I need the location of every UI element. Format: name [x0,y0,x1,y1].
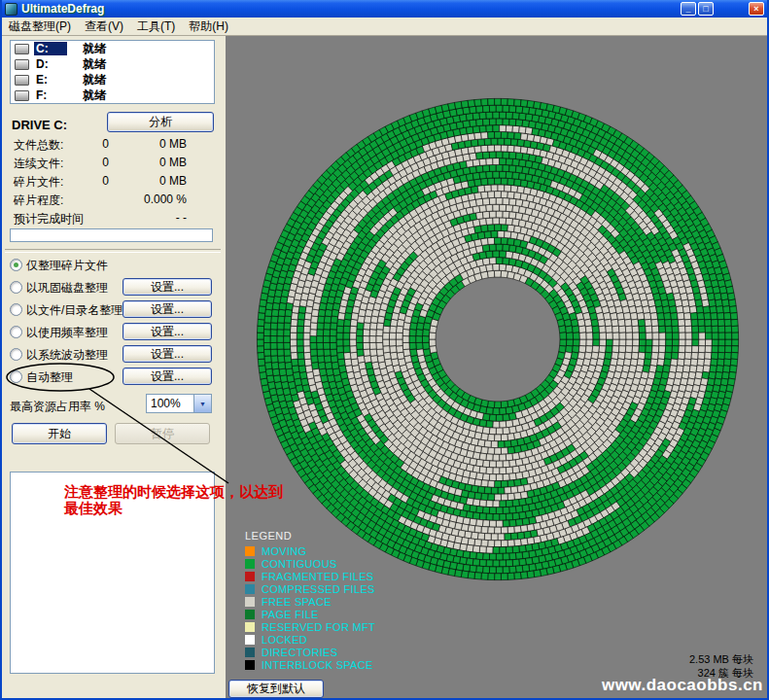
radio-fragmented-only[interactable] [10,259,22,271]
locked-swatch [245,635,255,645]
settings-button-auto[interactable]: 设置... [122,368,212,385]
drive-status: 就绪 [83,72,106,88]
legend-item-compressed: COMPRESSED FILES [245,582,375,595]
mft-swatch [245,622,255,632]
resource-usage-label: 最高资源占用率 % [10,399,105,415]
settings-button-filename[interactable]: 设置... [122,300,212,318]
annotation-text: 注意整理的时候选择这项，以达到 最佳效果 [64,483,283,516]
legend: LEGEND MOVING CONTIGUOUS FRAGMENTED FILE… [245,530,375,671]
app-icon [5,3,17,16]
control-panel: C: 就绪 D: 就绪 E: 就绪 F: 就绪 DRIVE C: 分析 文件总数… [2,36,226,698]
page-file-swatch [245,610,255,619]
drive-icon [15,75,29,86]
legend-item-directories: DIRECTORIES [245,646,375,658]
block-size-text: 2.53 MB 每块 [689,652,753,666]
pause-button: 暂停 [115,423,210,444]
option-filename: 以文件/目录名整理 设置... [2,300,226,320]
progress-bar [10,228,213,242]
drive-name: C: [34,42,67,55]
menu-view[interactable]: 查看(V) [78,18,130,36]
moving-swatch [245,546,255,556]
radio-volatility[interactable] [10,348,22,361]
stat-total-files: 文件总数: 0 0 MB [2,137,226,151]
app-window: UltimateDefrag _ □ × 磁盘整理(P) 查看(V) 工具(T)… [0,0,769,700]
compressed-swatch [245,584,255,594]
chevron-down-icon[interactable]: ▼ [193,395,211,412]
interblock-swatch [245,660,255,670]
drive-name: F: [34,88,67,102]
resource-usage-value: 100% [147,397,193,410]
option-frequency: 以使用频率整理 设置... [2,323,226,342]
legend-item-contiguous: CONTIGUOUS [245,557,375,570]
settings-button-volatility[interactable]: 设置... [122,345,212,363]
window-controls: _ □ × [679,2,764,16]
radio-auto[interactable] [10,370,22,383]
option-fragmented-only: 仅整理碎片文件 [2,256,226,275]
window-title: UltimateDefrag [21,2,104,16]
menu-tools[interactable]: 工具(T) [130,18,182,36]
contiguous-swatch [245,559,255,569]
radio-consolidate[interactable] [10,281,22,294]
stat-estimated-time: 预计完成时间 - - [2,211,226,225]
drive-row-f[interactable]: F: 就绪 [11,88,214,103]
disk-view-panel: LEGEND MOVING CONTIGUOUS FRAGMENTED FILE… [226,36,767,698]
option-consolidate: 以巩固磁盘整理 设置... [2,278,226,298]
current-drive-label: DRIVE C: [12,118,67,132]
stat-fragmentation-level: 碎片程度: 0.000 % [2,192,226,206]
legend-item-moving: MOVING [245,544,375,557]
legend-item-page-file: PAGE FILE [245,608,375,620]
drive-status: 就绪 [83,88,106,104]
legend-item-interblock: INTERBLOCK SPACE [245,658,375,671]
legend-item-mft: RESERVED FOR MFT [245,620,375,633]
analyze-button[interactable]: 分析 [107,112,214,132]
drive-icon [15,44,29,54]
stat-contiguous-files: 连续文件: 0 0 MB [2,156,226,169]
drive-row-d[interactable]: D: 就绪 [11,56,214,72]
separator [5,249,221,253]
stat-fragmented-files: 碎片文件: 0 0 MB [2,174,226,188]
legend-item-locked: LOCKED [245,633,375,646]
drive-status: 就绪 [83,41,106,57]
legend-item-fragmented: FRAGMENTED FILES [245,570,375,582]
titlebar: UltimateDefrag _ □ × [2,0,767,18]
drive-row-c[interactable]: C: 就绪 [11,41,214,56]
minimize-button[interactable]: _ [681,2,696,16]
radio-frequency[interactable] [10,326,22,338]
restore-default-button[interactable]: 恢复到默认 [228,680,324,698]
menu-defrag[interactable]: 磁盘整理(P) [2,18,78,36]
option-auto: 自动整理 设置... [2,368,226,387]
directories-swatch [245,648,255,657]
free-space-swatch [245,597,255,607]
drive-icon [15,59,29,70]
drive-icon [15,90,29,101]
option-volatility: 以系统波动整理 设置... [2,345,226,365]
drive-status: 就绪 [83,56,106,73]
drive-name: E: [34,73,67,87]
radio-filename[interactable] [10,303,22,316]
drive-name: D: [34,57,67,71]
maximize-button[interactable]: □ [698,2,714,16]
legend-item-free-space: FREE SPACE [245,595,375,608]
legend-title: LEGEND [245,530,375,542]
start-button[interactable]: 开始 [12,423,107,444]
menubar: 磁盘整理(P) 查看(V) 工具(T) 帮助(H) [2,18,767,36]
settings-button-frequency[interactable]: 设置... [122,323,212,340]
watermark: www.daocaobbs.cn [602,676,763,695]
drive-list[interactable]: C: 就绪 D: 就绪 E: 就绪 F: 就绪 [10,40,215,104]
close-button[interactable]: × [749,2,764,16]
fragmented-swatch [245,572,255,581]
settings-button-consolidate[interactable]: 设置... [122,278,212,296]
resource-usage-select[interactable]: 100% ▼ [146,394,212,413]
drive-row-e[interactable]: E: 就绪 [11,72,214,88]
menu-help[interactable]: 帮助(H) [182,18,235,36]
